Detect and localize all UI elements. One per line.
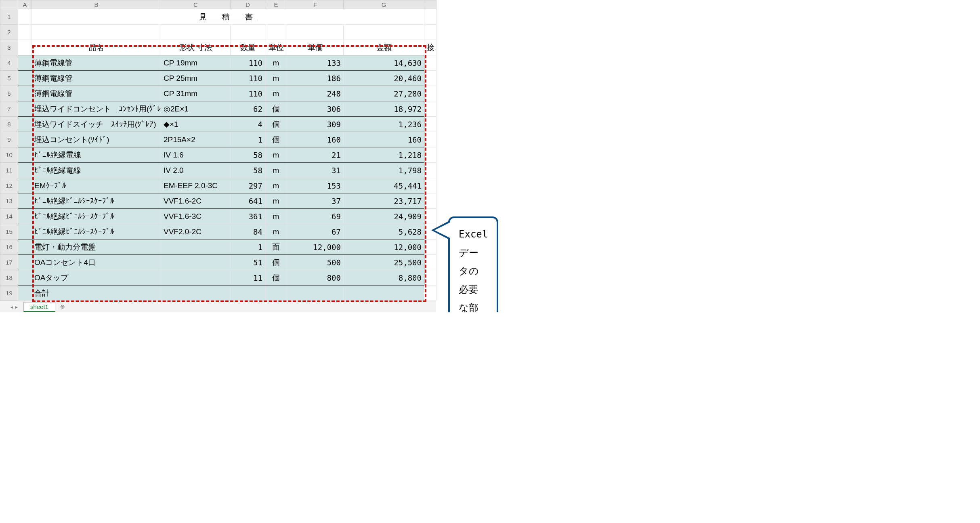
cell[interactable] xyxy=(18,255,32,270)
row-header[interactable]: 13 xyxy=(0,193,18,209)
cell-price[interactable]: 248 xyxy=(287,86,344,101)
table-row[interactable]: 19合計 xyxy=(0,286,436,301)
cell-shape[interactable]: VVF1.6-3C xyxy=(161,209,231,224)
cell-amount[interactable]: 27,280 xyxy=(344,86,424,101)
cell-shape[interactable]: IV 1.6 xyxy=(161,147,231,163)
cell-unit[interactable]: ｍ xyxy=(265,55,287,71)
cell-price[interactable]: 306 xyxy=(287,101,344,117)
cell-unit[interactable]: 個 xyxy=(265,270,287,286)
row-header[interactable]: 18 xyxy=(0,270,18,286)
select-all-corner[interactable] xyxy=(0,0,18,9)
row-header[interactable]: 11 xyxy=(0,163,18,178)
cell[interactable] xyxy=(424,117,436,132)
cell[interactable] xyxy=(18,55,32,71)
cell[interactable] xyxy=(344,286,424,301)
table-row[interactable]: 6薄鋼電線管CP 31mm110ｍ24827,280 xyxy=(0,86,436,101)
cell-amount[interactable]: 14,630 xyxy=(344,55,424,71)
cell-shape[interactable]: CP 19mm xyxy=(161,55,231,71)
hdr-price[interactable]: 単価 xyxy=(287,40,344,55)
col-header-next[interactable] xyxy=(424,0,436,9)
sheet-tab-active[interactable]: sheet1 xyxy=(23,302,55,312)
cell-unit[interactable]: ｍ xyxy=(265,147,287,163)
cell[interactable] xyxy=(265,286,287,301)
table-row[interactable]: 8埋込ワイドスイッチ ｽｲｯﾁ用(ｸﾞﾚｱ)◆×14個3091,236 xyxy=(0,117,436,132)
cell-shape[interactable] xyxy=(161,239,231,255)
table-row[interactable]: 9埋込コンセント(ﾜｲﾄﾞ)2P15A×21個160160 xyxy=(0,132,436,147)
row-header[interactable]: 5 xyxy=(0,71,18,86)
cell-shape[interactable] xyxy=(161,270,231,286)
cell-amount[interactable]: 23,717 xyxy=(344,193,424,209)
cell-amount[interactable]: 8,800 xyxy=(344,270,424,286)
cell-unit[interactable]: 個 xyxy=(265,117,287,132)
cell[interactable] xyxy=(424,163,436,178)
column-headers[interactable]: A B C D E F G xyxy=(0,0,436,9)
row-header[interactable]: 12 xyxy=(0,178,18,193)
cell-price[interactable]: 31 xyxy=(287,163,344,178)
cell[interactable] xyxy=(424,270,436,286)
cell-unit[interactable]: ｍ xyxy=(265,209,287,224)
cell-unit[interactable]: ｍ xyxy=(265,86,287,101)
cell-name[interactable]: ﾋﾞﾆﾙ絶縁ﾋﾞﾆﾙｼｰｽｹｰﾌﾞﾙ xyxy=(32,224,161,239)
col-header-A[interactable]: A xyxy=(18,0,32,9)
cell-shape[interactable]: CP 31mm xyxy=(161,86,231,101)
row-header[interactable]: 10 xyxy=(0,147,18,163)
cell[interactable] xyxy=(18,209,32,224)
cell-qty[interactable]: 58 xyxy=(231,163,265,178)
cell-qty[interactable]: 110 xyxy=(231,86,265,101)
cell[interactable] xyxy=(18,163,32,178)
cell[interactable] xyxy=(161,286,231,301)
cell-qty[interactable]: 641 xyxy=(231,193,265,209)
cell-amount[interactable]: 24,909 xyxy=(344,209,424,224)
table-row[interactable]: 10ﾋﾞﾆﾙ絶縁電線IV 1.658ｍ211,218 xyxy=(0,147,436,163)
cell-name[interactable]: OAコンセント4口 xyxy=(32,255,161,270)
cell-name[interactable]: 電灯・動力分電盤 xyxy=(32,239,161,255)
grid[interactable]: A B C D E F G 1 見 積 書 2 3 品名 形状 寸法 数量 単位 xyxy=(0,0,436,301)
cell-qty[interactable]: 110 xyxy=(231,71,265,86)
table-row[interactable]: 17OAコンセント4口51個50025,500 xyxy=(0,255,436,270)
hdr-name[interactable]: 品名 xyxy=(32,40,161,55)
cell[interactable] xyxy=(424,239,436,255)
row-header[interactable]: 2 xyxy=(0,25,18,40)
row-header[interactable]: 19 xyxy=(0,286,18,301)
cell-qty[interactable]: 84 xyxy=(231,224,265,239)
cell-unit[interactable]: ｍ xyxy=(265,178,287,193)
cell-qty[interactable]: 4 xyxy=(231,117,265,132)
cell[interactable] xyxy=(18,71,32,86)
cell-shape[interactable]: ◎2E×1 xyxy=(161,101,231,117)
cell-name[interactable]: 薄鋼電線管 xyxy=(32,55,161,71)
cell[interactable] xyxy=(424,55,436,71)
cell-shape[interactable]: VVF2.0-2C xyxy=(161,224,231,239)
cell-amount[interactable]: 1,218 xyxy=(344,147,424,163)
cell-amount[interactable]: 20,460 xyxy=(344,71,424,86)
cell-shape[interactable]: ◆×1 xyxy=(161,117,231,132)
cell-unit[interactable]: ｍ xyxy=(265,163,287,178)
cell[interactable] xyxy=(18,86,32,101)
cell-unit[interactable]: 個 xyxy=(265,101,287,117)
cell[interactable] xyxy=(18,224,32,239)
cell-shape[interactable]: 2P15A×2 xyxy=(161,132,231,147)
cell-qty[interactable]: 297 xyxy=(231,178,265,193)
add-sheet-icon[interactable]: ⊕ xyxy=(59,303,67,311)
row-header[interactable]: 6 xyxy=(0,86,18,101)
cell[interactable] xyxy=(424,147,436,163)
cell-price[interactable]: 160 xyxy=(287,132,344,147)
row-header[interactable]: 3 xyxy=(0,40,18,55)
cell-amount[interactable]: 18,972 xyxy=(344,101,424,117)
cell-qty[interactable]: 58 xyxy=(231,147,265,163)
table-row[interactable]: 2 xyxy=(0,25,436,40)
hdr-overflow[interactable]: 接 xyxy=(424,40,436,55)
cell[interactable] xyxy=(18,286,32,301)
cell-shape[interactable]: CP 25mm xyxy=(161,71,231,86)
cell-qty[interactable]: 1 xyxy=(231,239,265,255)
cell[interactable] xyxy=(18,193,32,209)
table-row[interactable]: 14ﾋﾞﾆﾙ絶縁ﾋﾞﾆﾙｼｰｽｹｰﾌﾞﾙVVF1.6-3C361ｍ6924,90… xyxy=(0,209,436,224)
hdr-qty[interactable]: 数量 xyxy=(231,40,265,55)
cell[interactable] xyxy=(231,286,265,301)
table-row[interactable]: 12EMｹｰﾌﾞﾙEM-EEF 2.0-3C297ｍ15345,441 xyxy=(0,178,436,193)
cell-amount[interactable]: 160 xyxy=(344,132,424,147)
row-header[interactable]: 1 xyxy=(0,9,18,25)
table-row[interactable]: 11ﾋﾞﾆﾙ絶縁電線IV 2.058ｍ311,798 xyxy=(0,163,436,178)
row-header[interactable]: 14 xyxy=(0,209,18,224)
cell-price[interactable]: 153 xyxy=(287,178,344,193)
row-header[interactable]: 15 xyxy=(0,224,18,239)
